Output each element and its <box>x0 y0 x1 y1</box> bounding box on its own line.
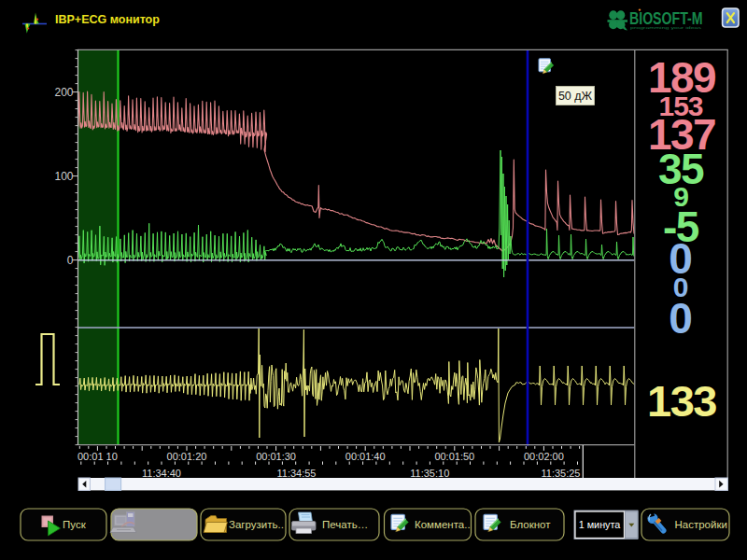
svg-text:0: 0 <box>669 294 693 343</box>
svg-text:Настройки: Настройки <box>675 519 727 530</box>
svg-text:00:01:30: 00:01:30 <box>256 451 296 462</box>
svg-text:Загрузить..: Загрузить.. <box>229 519 284 530</box>
svg-text:00:01:20: 00:01:20 <box>167 451 207 462</box>
svg-text:11:34:40: 11:34:40 <box>142 468 181 479</box>
svg-text:programming your ideas: programming your ideas <box>630 25 702 30</box>
svg-text:Блокнот: Блокнот <box>510 519 551 530</box>
svg-text:00:01:40: 00:01:40 <box>345 451 386 462</box>
svg-text:00:02:00: 00:02:00 <box>524 451 564 462</box>
svg-text:1 минута: 1 минута <box>579 519 621 530</box>
svg-text:Коммента..: Коммента.. <box>415 519 471 530</box>
svg-text:100: 100 <box>54 170 73 183</box>
svg-text:11:35:25: 11:35:25 <box>541 468 580 479</box>
svg-text:133: 133 <box>647 376 716 426</box>
svg-text:Пуск: Пуск <box>63 519 87 530</box>
svg-text:00:01:50: 00:01:50 <box>434 451 474 462</box>
svg-text:IBP+ECG монитор: IBP+ECG монитор <box>55 13 160 26</box>
svg-text:11:34:55: 11:34:55 <box>276 468 316 479</box>
svg-text:00:01 10: 00:01 10 <box>78 451 118 462</box>
svg-text:Печать…: Печать… <box>322 519 368 530</box>
svg-text:11:35:10: 11:35:10 <box>410 468 449 479</box>
svg-text:50 дЖ: 50 дЖ <box>558 90 593 103</box>
svg-text:200: 200 <box>54 86 73 99</box>
